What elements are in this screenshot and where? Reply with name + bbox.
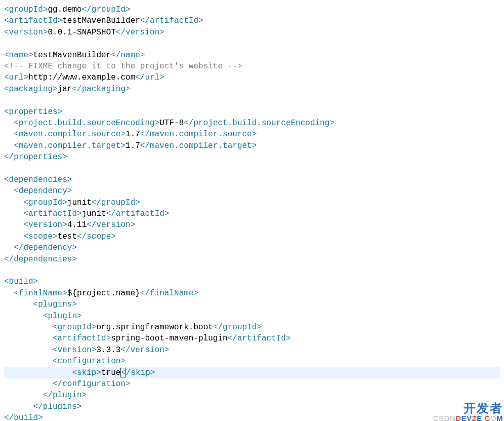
xml-tag: </version> (120, 346, 169, 355)
code-line: </dependency> (4, 242, 500, 253)
xml-tag: </scope> (77, 232, 116, 241)
xml-tag: <groupId> (53, 323, 96, 332)
code-line (4, 38, 500, 49)
xml-text: 3.3.3 (96, 346, 120, 355)
xml-tag: <maven.compiler.source> (14, 130, 125, 139)
xml-text: junit (67, 198, 92, 207)
xml-tag: </name> (111, 51, 145, 60)
xml-text: 1.7 (125, 130, 140, 139)
code-line: <project.build.sourceEncoding>UTF-8</pro… (4, 118, 500, 129)
code-line (4, 265, 500, 276)
xml-tag: </plugin> (43, 391, 87, 400)
xml-tag: </packaging> (72, 85, 130, 94)
xml-text: http://www.example.com (28, 73, 135, 82)
code-line: <artifactId>spring-boot-maven-plugin</ar… (4, 333, 500, 344)
code-line: <plugins> (4, 299, 500, 310)
xml-text: testMavenBuilder (33, 51, 111, 60)
xml-tag: </url> (135, 73, 164, 82)
xml-code-block: <groupId>gg.demo</groupId> <artifactId>t… (4, 4, 500, 421)
xml-text: true (101, 368, 120, 377)
xml-tag: </artifactId> (228, 334, 291, 343)
xml-tag: <artifactId> (23, 209, 81, 218)
xml-text: spring-boot-maven-plugin (111, 334, 227, 343)
xml-tag: </groupId> (92, 198, 140, 207)
xml-tag: </finalName> (140, 289, 198, 298)
xml-tag: <dependency> (14, 186, 72, 196)
xml-tag: <url> (4, 73, 28, 82)
xml-tag: <artifactId> (4, 16, 62, 25)
code-line: <artifactId>testMavenBuilder</artifactId… (4, 15, 500, 26)
code-line: </configuration> (4, 378, 500, 390)
xml-tag: <properties> (4, 107, 62, 117)
xml-text: jar (58, 85, 72, 94)
code-line: <build> (4, 276, 500, 287)
code-line: <groupId>org.springframework.boot</group… (4, 322, 500, 333)
code-line: <maven.compiler.target>1.7</maven.compil… (4, 140, 500, 151)
code-line: <groupId>gg.demo</groupId> (4, 4, 500, 15)
xml-text: 1.7 (125, 141, 140, 150)
xml-tag: </build> (4, 413, 43, 421)
code-line: </plugins> (4, 401, 500, 412)
code-line: <plugin> (4, 311, 500, 322)
xml-tag: <maven.compiler.target> (14, 141, 125, 150)
xml-tag: <project.build.sourceEncoding> (14, 119, 159, 128)
xml-tag: <scope> (23, 232, 57, 241)
xml-text: testMavenBuilder (62, 16, 140, 25)
code-line: <dependencies> (4, 174, 500, 185)
xml-tag: </artifactId> (140, 16, 203, 25)
xml-tag: <build> (4, 277, 38, 286)
xml-text: ${project.name} (67, 289, 140, 298)
xml-tag: <artifactId> (53, 334, 111, 343)
code-line: <groupId>junit</groupId> (4, 197, 500, 208)
xml-tag: <name> (4, 51, 33, 60)
xml-tag: <dependencies> (4, 175, 72, 184)
code-line: </dependencies> (4, 254, 500, 265)
xml-tag: <groupId> (23, 198, 67, 207)
xml-text: 4.11 (67, 220, 87, 229)
xml-tag: </dependencies> (4, 255, 77, 264)
xml-tag: </project.build.sourceEncoding> (184, 119, 334, 128)
xml-tag: <plugin> (43, 312, 82, 321)
code-line: </properties> (4, 151, 500, 163)
xml-tag: </properties> (4, 152, 67, 162)
xml-tag: </artifactId> (106, 209, 170, 218)
xml-tag: <packaging> (4, 85, 58, 94)
xml-text: test (58, 232, 77, 241)
xml-text: 0.0.1-SNAPSHOT (48, 28, 115, 37)
xml-tag: <groupId> (4, 5, 48, 14)
code-line: <version>3.3.3</version> (4, 345, 500, 356)
xml-tag: <configuration> (53, 357, 125, 366)
code-line: <artifactId>junit</artifactId> (4, 208, 500, 219)
xml-tag: </maven.compiler.target> (140, 141, 257, 150)
xml-tag: </maven.compiler.source> (140, 130, 257, 139)
xml-tag: </configuration> (53, 379, 131, 389)
xml-tag: <finalName> (14, 289, 67, 298)
xml-text: junit (82, 209, 106, 218)
code-line: <url>http://www.example.com</url> (4, 72, 500, 83)
code-line: <!-- FIXME change it to the project's we… (4, 61, 500, 72)
xml-tag: <version> (4, 28, 48, 37)
xml-text: UTF-8 (159, 119, 184, 128)
code-line: </build> (4, 412, 500, 421)
xml-tag: </version> (87, 220, 135, 229)
xml-tag: </dependency> (14, 243, 77, 252)
text-cursor (120, 368, 125, 377)
xml-tag: <plugins> (33, 300, 77, 309)
xml-comment: <!-- FIXME change it to the project's we… (4, 62, 242, 71)
xml-tag: </groupId> (82, 5, 131, 14)
code-line: <name>testMavenBuilder</name> (4, 50, 500, 61)
xml-tag: <skip> (72, 368, 101, 377)
xml-tag: </skip> (121, 368, 155, 377)
code-line: <version>4.11</version> (4, 219, 500, 231)
code-line: <packaging>jar</packaging> (4, 84, 500, 95)
xml-tag: </version> (116, 28, 164, 37)
code-line: <dependency> (4, 185, 500, 197)
code-line: <scope>test</scope> (4, 231, 500, 242)
code-line: <maven.compiler.source>1.7</maven.compil… (4, 129, 500, 140)
code-line: <skip>true</skip> (4, 367, 500, 378)
xml-tag: <version> (53, 346, 96, 355)
xml-tag: <version> (23, 220, 67, 229)
xml-tag: </groupId> (213, 323, 262, 332)
code-line: <configuration> (4, 356, 500, 367)
code-line: <properties> (4, 106, 500, 118)
